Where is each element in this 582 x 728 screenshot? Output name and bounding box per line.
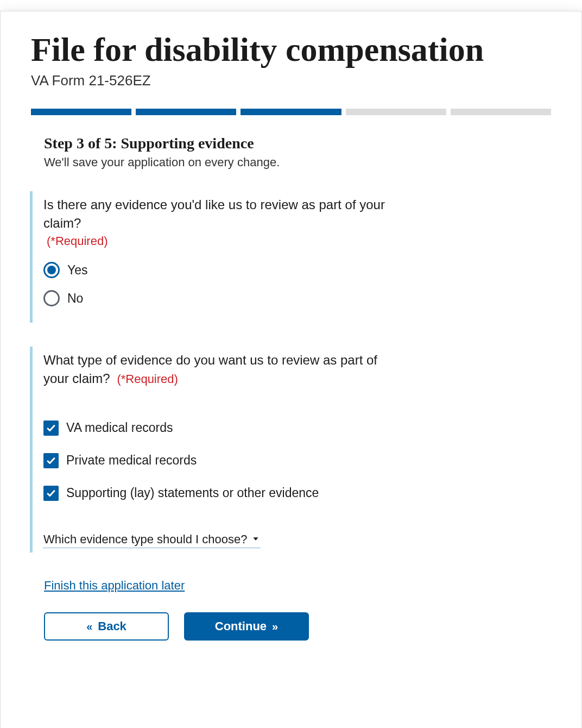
chevron-right-icon: » [272, 621, 278, 632]
checkbox-private-records[interactable]: Private medical records [43, 453, 551, 468]
progress-seg-5 [451, 109, 551, 115]
continue-button[interactable]: Continue » [184, 612, 309, 641]
progress-bar [31, 109, 551, 115]
step-title: Step 3 of 5: Supporting evidence [44, 135, 551, 152]
progress-seg-4 [346, 109, 446, 115]
radio-group: Yes No [43, 262, 551, 306]
radio-icon [43, 262, 60, 278]
checkbox-va-records[interactable]: VA medical records [43, 421, 551, 436]
radio-label-no: No [67, 291, 83, 306]
question-text: What type of evidence do you want us to … [43, 351, 391, 387]
question-label: Is there any evidence you'd like us to r… [43, 197, 385, 230]
back-button-label: Back [98, 619, 126, 633]
question-evidence-yesno: Is there any evidence you'd like us to r… [30, 191, 551, 323]
checkbox-label: VA medical records [66, 421, 173, 435]
checkmark-icon [43, 453, 59, 468]
required-indicator: (*Required) [117, 372, 178, 386]
form-number: VA Form 21-526EZ [31, 72, 551, 89]
chevron-left-icon: « [86, 621, 92, 632]
progress-seg-3 [241, 109, 341, 115]
form-page: File for disability compensation VA Form… [0, 11, 582, 728]
checkmark-icon [43, 421, 59, 436]
checkbox-label: Private medical records [66, 453, 197, 468]
required-indicator: (*Required) [47, 233, 391, 250]
progress-seg-2 [136, 109, 236, 115]
nav-buttons: « Back Continue » [44, 612, 551, 641]
radio-no[interactable]: No [43, 290, 551, 306]
question-evidence-types: What type of evidence do you want us to … [30, 347, 551, 552]
question-label: What type of evidence do you want us to … [43, 353, 377, 386]
autosave-note: We'll save your application on every cha… [44, 155, 551, 170]
radio-icon [43, 290, 60, 306]
page-title: File for disability compensation [31, 31, 551, 68]
expander-label: Which evidence type should I choose? [43, 532, 247, 547]
radio-yes[interactable]: Yes [43, 262, 551, 278]
chevron-down-icon [251, 532, 260, 547]
back-button[interactable]: « Back [44, 612, 169, 641]
progress-seg-1 [31, 109, 131, 115]
checkbox-lay-statements[interactable]: Supporting (lay) statements or other evi… [43, 486, 551, 501]
checkmark-icon [43, 486, 59, 501]
step-header: Step 3 of 5: Supporting evidence We'll s… [44, 135, 551, 170]
finish-later-link[interactable]: Finish this application later [44, 579, 185, 593]
question-text: Is there any evidence you'd like us to r… [43, 196, 391, 250]
checkbox-group: VA medical records Private medical recor… [43, 421, 551, 501]
radio-label-yes: Yes [67, 263, 88, 278]
checkbox-label: Supporting (lay) statements or other evi… [66, 486, 319, 500]
continue-button-label: Continue [215, 619, 267, 633]
evidence-help-expander[interactable]: Which evidence type should I choose? [43, 532, 260, 548]
